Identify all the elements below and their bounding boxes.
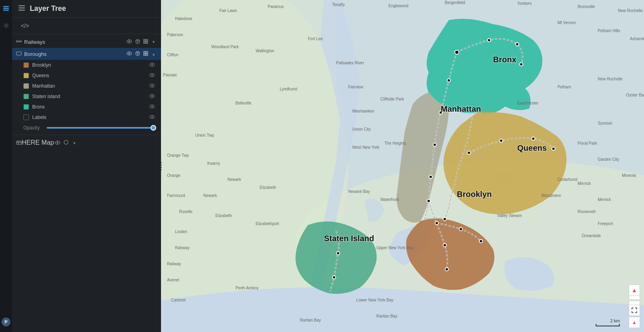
railways-filter-btn[interactable] [134,39,141,45]
fullscreen-btn[interactable] [629,305,640,316]
railways-visibility-btn[interactable] [126,39,133,45]
code-button[interactable]: </> [19,21,31,31]
svg-point-3 [5,25,7,27]
here-map-chevron-btn[interactable]: ▾ [72,140,77,146]
svg-point-69 [332,276,336,279]
svg-text:Syosset: Syosset [598,121,612,125]
manhattan-eye-btn[interactable] [148,83,156,89]
svg-text:Orange: Orange [167,173,181,178]
svg-point-65 [532,137,535,140]
svg-text:West New York: West New York [352,145,380,150]
svg-rect-6 [19,10,25,11]
staten-island-sub-row[interactable]: Staten island [12,91,161,102]
svg-point-12 [128,41,130,42]
svg-text:Merrick: Merrick [598,197,611,202]
svg-text:Roosevelt: Roosevelt [578,209,596,214]
svg-text:The Heights: The Heights [384,141,406,146]
labels-color-swatch [23,115,29,120]
boroughs-chevron-btn[interactable]: ▴ [151,51,156,57]
north-up-btn[interactable]: ▲ [629,317,640,328]
svg-text:Fairmount: Fairmount [167,193,185,198]
resize-handle[interactable] [159,0,163,332]
svg-text:Raritan Bay: Raritan Bay [300,318,321,322]
svg-text:Wallington: Wallington [256,49,274,53]
bronx-sub-row[interactable]: Bronx [12,102,161,112]
svg-text:Belleville: Belleville [235,101,252,105]
queens-eye-btn[interactable] [148,72,156,79]
queens-sub-row[interactable]: Queens [12,70,161,81]
tools-row: </> [12,18,161,34]
opacity-slider[interactable] [47,127,156,129]
settings-strip-icon[interactable] [2,21,10,31]
staten-island-label: Staten island [32,94,148,99]
svg-point-64 [500,139,503,142]
sidebar-title: Layer Tree [30,4,66,13]
manhattan-map-label: Manhattan [441,105,481,113]
boroughs-filter-btn[interactable] [134,51,141,57]
boroughs-visibility-btn[interactable] [126,51,133,57]
svg-text:Paterson: Paterson [167,33,183,37]
here-map-row[interactable]: HERE Map ▾ [12,137,161,149]
svg-rect-31 [146,54,148,55]
resize-dots [161,162,162,170]
bronx-color-swatch [23,104,29,110]
svg-text:Elizabethport: Elizabethport [256,221,279,226]
svg-rect-1 [3,8,9,9]
boroughs-label: Boroughs [24,51,124,57]
railways-expand-btn[interactable] [142,39,149,45]
svg-text:Garden City: Garden City [598,157,619,162]
queens-color-swatch [23,73,29,78]
svg-rect-5 [19,7,25,8]
svg-text:Yonkers: Yonkers [517,1,532,6]
scale-line [596,324,620,326]
svg-text:Mineola: Mineola [622,173,636,178]
here-map-label: HERE Map [22,139,54,146]
sidebar: Layer Tree </> Railways [12,0,161,332]
svg-point-71 [479,240,483,243]
boroughs-expand-icon[interactable] [142,51,149,57]
here-map-visibility-btn[interactable] [54,140,61,146]
svg-text:Raritan Bay: Raritan Bay [376,314,397,318]
svg-text:New Rochelle: New Rochelle [598,77,623,81]
boroughs-actions: ▴ [126,51,156,57]
brooklyn-sub-row[interactable]: Brooklyn [12,60,161,70]
map-container[interactable]: Bronx Manhattan Brooklyn Queens Staten I… [161,0,644,332]
svg-point-39 [151,95,153,97]
queens-label: Queens [32,73,148,78]
layers-strip-icon[interactable] [2,4,10,14]
svg-point-60 [427,199,430,203]
svg-point-58 [433,143,436,146]
svg-text:New Rochelle: New Rochelle [618,8,643,13]
labels-eye-btn[interactable] [148,114,156,121]
staten-island-eye-btn[interactable] [148,93,156,100]
svg-text:Railway: Railway [167,262,181,266]
svg-point-56 [447,79,450,82]
svg-rect-30 [144,54,145,55]
extra-map-controls: ▲ [629,305,640,328]
bronx-label: Bronx [32,104,148,110]
here-map-filter-btn[interactable] [63,139,69,146]
compass-btn[interactable]: ▲ [629,285,640,296]
menu-icon [19,5,25,12]
svg-point-35 [151,74,153,76]
manhattan-sub-row[interactable]: Manhattan [12,81,161,91]
svg-text:Union City: Union City [352,127,371,131]
svg-text:Fairview: Fairview [348,85,363,89]
user-avatar[interactable]: P [2,318,10,326]
brooklyn-label: Brooklyn [32,62,148,68]
svg-text:Pelham Hills: Pelham Hills [598,29,620,33]
svg-rect-29 [146,51,148,53]
railways-layer-row[interactable]: Railways [12,36,161,48]
svg-text:Passaic: Passaic [163,73,177,77]
bronx-eye-btn[interactable] [148,104,156,110]
svg-text:Palisades River: Palisades River [336,61,364,65]
railways-chevron-btn[interactable]: ▾ [151,39,156,45]
svg-text:Weehawken: Weehawken [352,109,374,113]
boroughs-layer-row[interactable]: Boroughs [12,48,161,60]
labels-sub-row[interactable]: Labels [12,112,161,123]
svg-rect-28 [144,51,145,53]
scale-text: 2 km [610,318,620,323]
brooklyn-eye-btn[interactable] [148,62,156,68]
svg-text:Woodland Park: Woodland Park [211,45,239,49]
bronx-map-label: Bronx [493,55,516,64]
